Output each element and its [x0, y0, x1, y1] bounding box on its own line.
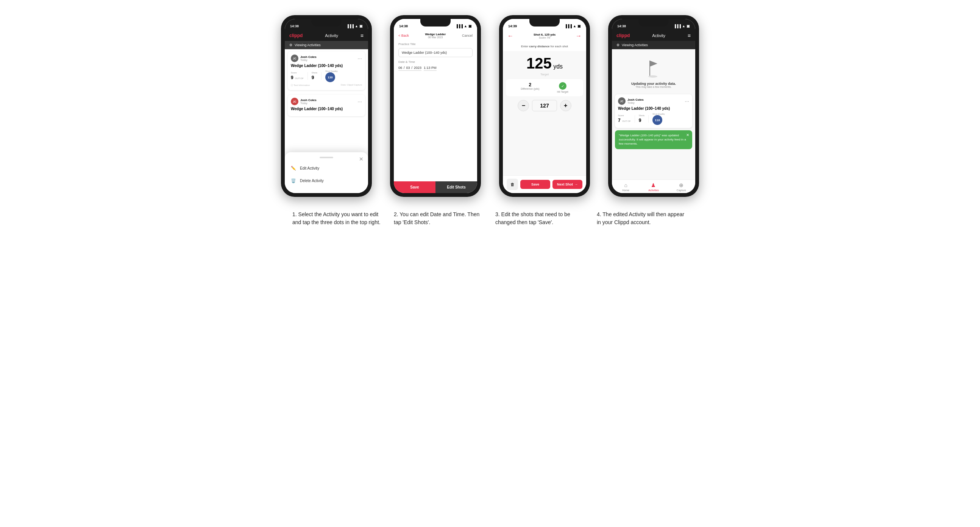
user-date-1: Today [300, 59, 317, 61]
phone-2-screen: 14:38 ▐▐▐ ▲ ▣ < Back Wedge Ladder 06 Mar… [394, 19, 477, 193]
phone-3-screen: 14:39 ▐▐▐ ▲ ▣ ← Shot 6, 125 yds Score 7/… [503, 19, 586, 193]
delete-shot-button[interactable]: 🗑 [507, 179, 518, 190]
date-field[interactable]: 06 / 03 / 2023 [398, 66, 422, 71]
increment-button[interactable]: + [560, 100, 571, 111]
number-input-row: − 127 + [503, 96, 586, 115]
quality-stat-1: Shot Quality 130 [325, 70, 338, 82]
activity-card-2[interactable]: JC Josh Coles Today ··· Wedge Ladder (10… [288, 95, 365, 116]
more-dots-4[interactable]: ··· [685, 98, 689, 104]
time-field[interactable]: 1:13 PM [424, 66, 437, 71]
month-value: 03 [406, 66, 410, 70]
toast-close[interactable]: ✕ [686, 132, 689, 138]
difference-metric: 2 Difference (yds) [521, 82, 539, 93]
decrement-button[interactable]: − [518, 100, 529, 111]
viewing-label-1: Viewing Activities [294, 43, 321, 47]
unit-label: yds [552, 63, 563, 70]
phone-1: 14:38 ▐▐▐ ▲ ▣ clippd Activity ≡ ⚙ View [281, 15, 372, 197]
app-header-4: clippd Activity ≡ [612, 30, 695, 41]
diff-label: Difference (yds) [521, 87, 539, 90]
nav-home[interactable]: ⌂ Home [612, 180, 640, 193]
caption-4: 4. The edited Activity will then appear … [597, 211, 688, 226]
sheet-close[interactable]: ✕ [359, 156, 364, 162]
time-2: 14:38 [399, 24, 408, 28]
divider-1b [321, 72, 321, 80]
fwd-arrow-3[interactable]: → [576, 33, 582, 40]
card-2-user: JC Josh Coles Today [291, 98, 317, 105]
back-btn-2[interactable]: < Back [398, 34, 409, 38]
sheet-handle [320, 157, 333, 158]
phone-1-container: 14:38 ▐▐▐ ▲ ▣ clippd Activity ≡ ⚙ View [277, 15, 375, 197]
next-shot-button[interactable]: Next Shot → [552, 180, 582, 189]
date-time-label: Date & Time [394, 59, 477, 64]
menu-icon-4[interactable]: ≡ [688, 33, 691, 39]
cancel-btn-2[interactable]: Cancel [462, 34, 473, 38]
user-info-4: Josh Coles Today [627, 98, 644, 104]
next-arrow-icon: → [574, 183, 578, 186]
nav-activities[interactable]: ♟ Activities [640, 180, 667, 193]
card-title-4: Wedge Ladder (100–140 yds) [618, 106, 689, 111]
quality-badge-1: 130 [325, 72, 335, 82]
delete-label: Delete Activity [300, 179, 324, 183]
caption-2: 2. You can edit Date and Time. Then tap … [394, 211, 485, 226]
card-1-header: JC Josh Coles Today ··· [291, 54, 362, 62]
menu-icon-1[interactable]: ≡ [361, 33, 364, 39]
activity-card-1[interactable]: JC Josh Coles Today ··· Wedge Ladder (10… [288, 51, 365, 90]
shots-val-1: 9 [312, 75, 314, 80]
wifi-icon-2: ▲ [464, 24, 467, 28]
bottom-sheet-1: ✕ Edit Activity Delete Activity [285, 152, 368, 193]
viewing-bar-4: ⚙ Viewing Activities [612, 41, 695, 49]
save-shot-button[interactable]: Save [520, 180, 550, 189]
toast-text: "Wedge Ladder (100–140 yds)" was updated… [619, 133, 686, 145]
nav-capture[interactable]: ⊕ Capture [668, 180, 695, 193]
score-out-4: OUT OF [622, 120, 631, 122]
battery-icon: ▣ [360, 24, 363, 28]
logo-1: clippd [289, 33, 302, 38]
phone-1-screen: 14:38 ▐▐▐ ▲ ▣ clippd Activity ≡ ⚙ View [285, 19, 368, 193]
trash-icon [291, 178, 296, 183]
day-value: 06 [398, 66, 402, 70]
user-date-4: Today [627, 102, 644, 104]
header-title-1: Activity [325, 33, 338, 38]
center-title-2: Wedge Ladder [425, 33, 446, 36]
more-dots-1[interactable]: ··· [358, 55, 362, 61]
edit-shots-button[interactable]: Edit Shots [436, 181, 477, 193]
form-content-2: Practice Title Wedge Ladder (100–140 yds… [394, 41, 477, 181]
delete-activity-item[interactable]: Delete Activity [291, 175, 362, 187]
svg-marker-1 [650, 60, 657, 67]
center-subtitle-2: 06 Mar 2023 [425, 36, 446, 39]
user-name-4: Josh Coles [627, 98, 644, 102]
time-3: 14:39 [508, 24, 517, 28]
status-icons-3: ▐▐▐ ▲ ▣ [565, 24, 581, 28]
more-dots-2[interactable]: ··· [358, 98, 362, 105]
filter-icon-1: ⚙ [289, 43, 292, 47]
avatar-4: JC [618, 97, 625, 105]
success-toast: ✕ "Wedge Ladder (100–140 yds)" was updat… [615, 130, 692, 149]
status-icons-4: ▐▐▐ ▲ ▣ [674, 24, 690, 28]
card-title-2: Wedge Ladder (100–140 yds) [291, 107, 362, 111]
center-info-2: Wedge Ladder 06 Mar 2023 [425, 33, 446, 39]
battery-icon-2: ▣ [468, 24, 472, 28]
footer-left-1: ⓘ Test Information [291, 84, 310, 87]
phones-row: 14:38 ▐▐▐ ▲ ▣ clippd Activity ≡ ⚙ View [277, 15, 703, 197]
footer-right-1: Data: Clippd Capture [341, 84, 362, 87]
date-time-row: 06 / 03 / 2023 1:13 PM [394, 64, 477, 72]
score-label-4: Score [618, 114, 631, 117]
card-stats-4: Score 7 OUT OF Shots 9 Shot Q [618, 113, 689, 125]
updating-sub: This may take a few moments. [636, 86, 672, 88]
shot-value-display[interactable]: 127 [532, 100, 557, 111]
card-title-1: Wedge Ladder (100–140 yds) [291, 63, 362, 68]
diff-value: 2 [521, 82, 539, 87]
edit-activity-item[interactable]: Edit Activity [291, 162, 362, 175]
home-label: Home [622, 189, 629, 192]
user-name-2: Josh Coles [300, 98, 317, 102]
save-button-2[interactable]: Save [394, 181, 436, 193]
svg-point-2 [648, 75, 657, 78]
activity-card-4[interactable]: JC Josh Coles Today ··· Wedge Ladder (10… [615, 94, 692, 128]
signal-icon-4: ▐▐▐ [674, 24, 681, 28]
pencil-icon [291, 166, 296, 171]
practice-title-input[interactable]: Wedge Ladder (100–140 yds) [398, 48, 473, 57]
divider-1a [307, 72, 308, 80]
back-arrow-3[interactable]: ← [508, 33, 514, 40]
avatar-2: JC [291, 98, 298, 105]
score-val-4: 7 [618, 118, 620, 123]
